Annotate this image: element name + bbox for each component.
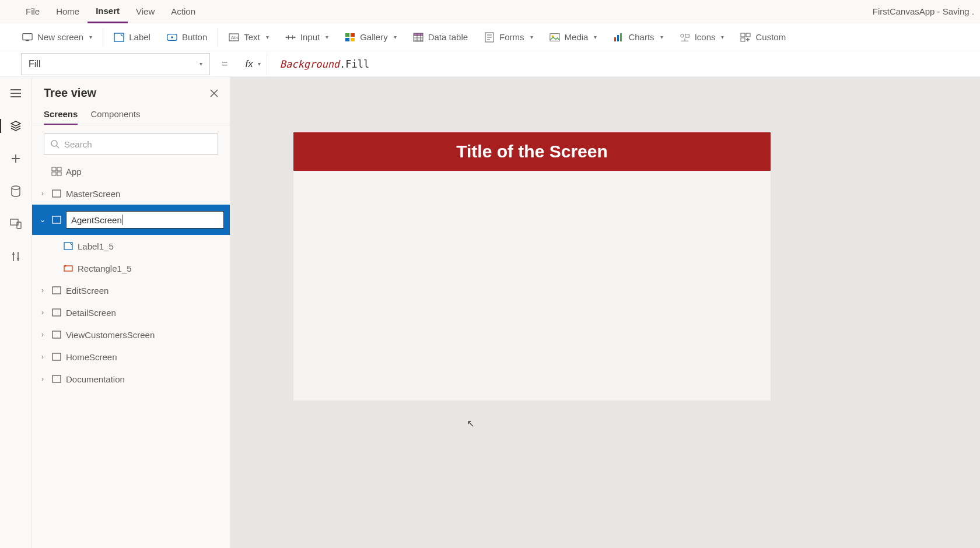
label-btn-text: Label [129,32,150,42]
plus-icon [10,153,21,164]
expand-icon[interactable]: › [38,286,47,294]
tools-rail-button[interactable] [4,248,27,265]
new-screen-label: New screen [37,32,83,42]
svg-rect-20 [620,33,622,41]
tree-node-app[interactable]: App [32,160,230,182]
gallery-icon [345,32,355,43]
svg-rect-34 [52,190,61,197]
formula-object: Background [280,58,340,70]
gallery-button[interactable]: Gallery ▾ [337,23,405,51]
label-button[interactable]: Label [106,23,159,51]
database-icon [10,185,21,197]
input-icon [285,32,296,43]
tree-node-rectangle1-5[interactable]: Rectangle1_5 [32,257,230,279]
rename-input[interactable]: AgentScreen [66,211,224,229]
tree-node-documentation[interactable]: › Documentation [32,368,230,390]
svg-point-7 [285,36,287,38]
text-button[interactable]: Abc Text ▾ [220,23,277,51]
fx-label: fx [246,58,253,70]
menu-insert[interactable]: Insert [88,0,128,23]
text-icon: Abc [229,32,239,43]
expand-icon[interactable]: › [38,353,47,361]
data-table-button[interactable]: Data table [405,23,476,51]
svg-rect-33 [57,172,61,175]
svg-point-21 [680,34,683,37]
tree-node-label: DetailScreen [66,308,116,318]
screen-title-bar[interactable]: Title of the Screen [293,132,771,171]
tree-search-input[interactable]: Search [44,134,218,154]
formula-rest: .Fill [340,58,369,70]
rename-value: AgentScreen [71,215,122,225]
custom-btn-text: Custom [755,32,786,42]
fx-button[interactable]: fx ▾ [240,53,267,75]
tree-node-viewcustomersscreen[interactable]: › ViewCustomersScreen [32,324,230,346]
menu-view[interactable]: View [128,0,163,23]
tree-node-label1-5[interactable]: Label1_5 [32,235,230,257]
data-rail-button[interactable] [4,183,27,199]
data-table-btn-text: Data table [428,32,468,42]
media-rail-button[interactable] [4,216,27,232]
icons-button[interactable]: Icons ▾ [671,23,733,51]
input-button[interactable]: Input ▾ [277,23,337,51]
screen-icon [51,188,62,199]
tools-icon [10,251,21,262]
separator [103,28,103,47]
media-btn-text: Media [565,32,589,42]
forms-icon [484,32,495,43]
button-button[interactable]: Button [159,23,215,51]
menu-home[interactable]: Home [48,0,88,23]
chevron-down-icon: ▾ [530,34,533,40]
tree-node-homescreen[interactable]: › HomeScreen [32,346,230,368]
expand-icon[interactable]: › [38,308,47,317]
collapse-icon[interactable]: ⌄ [38,216,47,224]
charts-btn-text: Charts [628,32,654,42]
expand-icon[interactable]: › [38,331,47,339]
forms-button[interactable]: Forms ▾ [476,23,541,51]
svg-rect-16 [550,33,559,41]
svg-rect-24 [746,33,750,37]
tree-title: Tree view [44,86,96,100]
hamburger-button[interactable] [4,85,27,101]
layers-icon [10,121,22,131]
expand-icon[interactable]: › [38,189,47,198]
screen-icon [51,374,62,384]
tree-node-detailscreen[interactable]: › DetailScreen [32,301,230,324]
svg-point-26 [12,186,20,189]
charts-icon [613,32,624,43]
tree-node-editscreen[interactable]: › EditScreen [32,279,230,301]
chevron-down-icon: ▾ [721,34,724,40]
charts-button[interactable]: Charts ▾ [605,23,671,51]
main-area: Tree view Screens Components Search App … [0,77,980,548]
chevron-down-icon: ▾ [200,61,202,67]
tab-screens[interactable]: Screens [44,104,78,125]
property-selector[interactable]: Fill ▾ [21,53,210,75]
screen-preview[interactable]: Title of the Screen [293,132,771,401]
label-icon [114,32,124,43]
media-button[interactable]: Media ▾ [541,23,606,51]
tree-node-agentscreen-editing[interactable]: ⌄ AgentScreen [32,205,230,235]
tree-view-rail-button[interactable] [4,118,27,134]
svg-rect-36 [64,243,72,250]
svg-rect-11 [345,38,349,41]
svg-rect-0 [23,33,32,40]
formula-input[interactable]: Background.Fill [274,58,966,70]
close-icon [210,89,218,97]
tree-node-label: HomeScreen [66,352,117,362]
formula-bar: Fill ▾ = fx ▾ Background.Fill [0,51,980,77]
tab-components[interactable]: Components [90,104,140,125]
expand-icon[interactable]: › [38,375,47,383]
close-button[interactable] [210,89,218,97]
tree-node-label: Documentation [66,374,125,384]
svg-point-29 [51,140,57,146]
insert-rail-button[interactable] [4,150,27,167]
svg-rect-30 [52,167,56,171]
custom-button[interactable]: Custom [732,23,794,51]
canvas-area[interactable]: Title of the Screen ↖ [230,77,980,548]
menu-file[interactable]: File [18,0,48,23]
menu-action[interactable]: Action [163,0,204,23]
tree-node-masterscreen[interactable]: › MasterScreen [32,182,230,205]
tree-node-label: ViewCustomersScreen [66,330,155,340]
screen-icon [51,329,62,340]
new-screen-button[interactable]: New screen ▾ [14,23,100,51]
tree-node-label: App [66,167,82,177]
